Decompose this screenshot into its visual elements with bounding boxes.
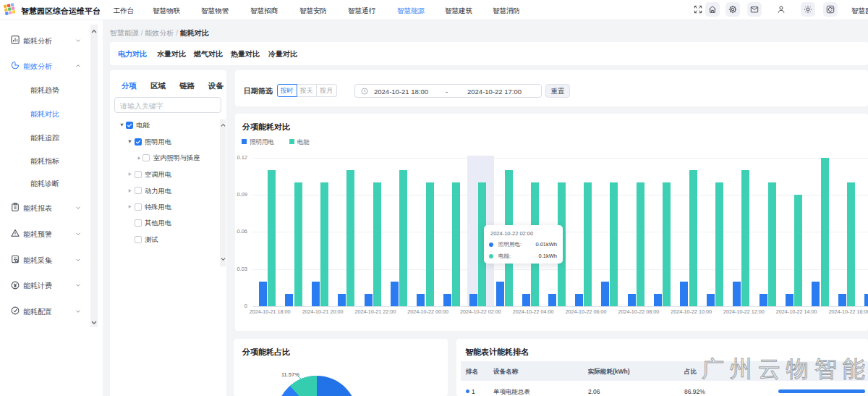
svg-text:广州云物智能: 广州云物智能 — [702, 356, 868, 382]
